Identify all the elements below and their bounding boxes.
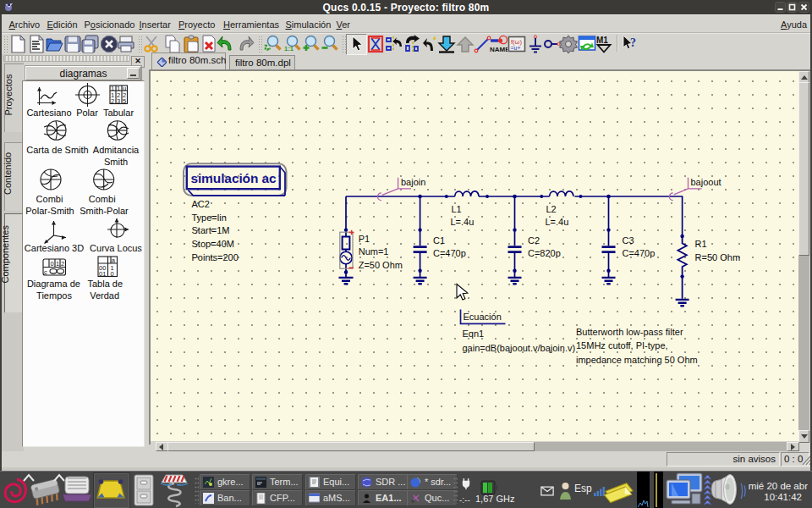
svg-text:R=50 Ohm: R=50 Ohm <box>695 252 741 262</box>
svg-text:Start=1M: Start=1M <box>192 225 230 235</box>
svg-text:1: 1 <box>56 260 59 268</box>
svg-text:Eqn1: Eqn1 <box>463 329 485 339</box>
svg-text:?: ? <box>630 36 636 49</box>
svg-text:M1: M1 <box>596 36 608 45</box>
svg-text:2: 2 <box>111 97 114 105</box>
svg-text:1:1: 1:1 <box>284 45 294 52</box>
svg-text:R1: R1 <box>695 239 707 249</box>
svg-text:bajoin: bajoin <box>401 177 425 187</box>
svg-text:=u+: =u+ <box>511 45 521 51</box>
svg-text:L1: L1 <box>452 204 462 214</box>
svg-text:impedance matching 50 Ohm: impedance matching 50 Ohm <box>576 355 698 365</box>
svg-text:0: 0 <box>51 260 54 268</box>
svg-text:Butterworth low-pass filter: Butterworth low-pass filter <box>576 327 683 337</box>
svg-text:L2: L2 <box>546 204 557 214</box>
svg-text:0: 0 <box>111 270 114 278</box>
svg-text:15MHz cutoff, PI-type,: 15MHz cutoff, PI-type, <box>576 340 668 351</box>
svg-text:Z=50 Ohm: Z=50 Ohm <box>359 260 403 270</box>
svg-text:C=820p: C=820p <box>528 248 561 258</box>
svg-text:C3: C3 <box>623 235 634 246</box>
svg-text:5: 5 <box>123 97 126 105</box>
svg-text:Points=200: Points=200 <box>192 252 239 262</box>
svg-text:3: 3 <box>117 97 120 105</box>
svg-text:AC2: AC2 <box>192 199 210 209</box>
svg-text:C=470p: C=470p <box>433 248 466 258</box>
svg-text:bajoout: bajoout <box>691 177 721 187</box>
svg-text:01: 01 <box>99 270 106 278</box>
svg-text:L=.4u: L=.4u <box>546 217 569 227</box>
svg-text:2: 2 <box>61 260 64 268</box>
svg-text:c: c <box>44 268 47 276</box>
svg-text:L=.4u: L=.4u <box>451 217 475 227</box>
svg-text:Ecuación: Ecuación <box>464 312 502 322</box>
svg-text:gain=dB(bajoout.v/bajoin.v): gain=dB(bajoout.v/bajoin.v) <box>463 343 576 353</box>
svg-text:C2: C2 <box>528 235 540 246</box>
svg-text:C=470p: C=470p <box>623 248 656 258</box>
svg-text:Stop=40M: Stop=40M <box>192 239 234 249</box>
svg-text:Type=lin: Type=lin <box>192 213 227 223</box>
svg-text:C1: C1 <box>433 235 445 246</box>
svg-text:P1: P1 <box>359 234 370 244</box>
svg-text:simulación ac: simulación ac <box>190 171 277 185</box>
svg-text:Num=1: Num=1 <box>359 246 389 257</box>
